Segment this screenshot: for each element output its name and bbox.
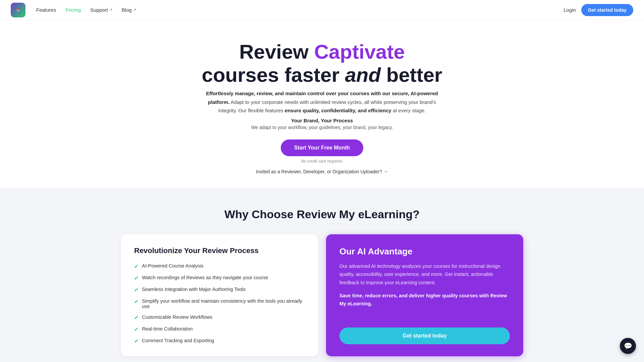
- list-item: ✔Watch recordings of Reviews as they nav…: [134, 275, 305, 281]
- check-icon: ✔: [134, 287, 139, 293]
- list-item: ✔Comment Tracking and Exporting: [134, 338, 305, 344]
- chat-icon: 💬: [624, 342, 632, 350]
- nav-right: Login Get started today: [564, 4, 633, 16]
- ai-card-bold: Save time, reduce errors, and deliver hi…: [339, 292, 510, 307]
- nav-features[interactable]: Features: [36, 7, 56, 13]
- list-item: ✔Real-time Collaboration: [134, 326, 305, 333]
- invited-link[interactable]: Invited as a Reviewer, Developer, or Org…: [7, 169, 637, 174]
- check-icon: ✔: [134, 338, 139, 344]
- start-free-month-button[interactable]: Start Your Free Month: [281, 139, 364, 156]
- no-credit-card-text: No credit card required.: [7, 159, 637, 164]
- list-item: ✔Seamless Integration with Major Authori…: [134, 287, 305, 293]
- login-button[interactable]: Login: [564, 7, 576, 13]
- hero-brand-line: Your Brand, Your Process: [7, 118, 637, 123]
- nav-pricing[interactable]: Pricing: [65, 7, 81, 13]
- nav-support[interactable]: Support ↗: [90, 7, 112, 13]
- check-icon: ✔: [134, 314, 139, 321]
- ai-advantage-card: Our AI Advantage Our advanced AI technol…: [326, 234, 523, 356]
- external-link-icon: ↗: [133, 8, 136, 12]
- why-title: Why Choose Review My eLearning?: [13, 208, 631, 221]
- check-icon: ✔: [134, 275, 139, 281]
- nav-cta-button[interactable]: Get started today: [581, 4, 633, 16]
- list-item: ✔Customizable Review Workflows: [134, 314, 305, 321]
- check-icon: ✔: [134, 326, 139, 333]
- left-feature-card: Revolutionize Your Review Process ✔AI-Po…: [121, 234, 318, 356]
- chat-bubble[interactable]: 💬: [620, 338, 636, 354]
- navbar: 📚 Features Pricing Support ↗ Blog ↗ Logi…: [0, 0, 644, 20]
- list-item: ✔Simplify your workflow and maintain con…: [134, 298, 305, 309]
- external-link-icon: ↗: [109, 8, 112, 12]
- list-item: ✔AI-Powered Course Analysis: [134, 263, 305, 269]
- nav-blog[interactable]: Blog ↗: [122, 7, 136, 13]
- logo[interactable]: 📚: [11, 3, 25, 17]
- ai-card-title: Our AI Advantage: [339, 246, 510, 257]
- nav-links: Features Pricing Support ↗ Blog ↗: [36, 7, 136, 13]
- hero-title: Review Captivate courses faster and bett…: [7, 40, 637, 86]
- nav-left: 📚 Features Pricing Support ↗ Blog ↗: [11, 3, 136, 17]
- hero-tagline: We adapt to your workflow, your guidelin…: [7, 125, 637, 130]
- check-icon: ✔: [134, 298, 139, 305]
- feature-list: ✔AI-Powered Course Analysis✔Watch record…: [134, 263, 305, 344]
- hero-subtitle: Effortlessly manage, review, and maintai…: [201, 89, 443, 115]
- check-icon: ✔: [134, 263, 139, 269]
- hero-section: Review Captivate courses faster and bett…: [0, 20, 644, 188]
- feature-cards-row: Revolutionize Your Review Process ✔AI-Po…: [121, 234, 523, 356]
- ai-card-body: Our advanced AI technology analyzes your…: [339, 262, 510, 287]
- left-card-title: Revolutionize Your Review Process: [134, 246, 305, 255]
- ai-card-cta-button[interactable]: Get started today: [339, 327, 510, 344]
- why-section: Why Choose Review My eLearning? Revoluti…: [0, 188, 644, 362]
- ai-card-content: Our AI Advantage Our advanced AI technol…: [339, 246, 510, 318]
- logo-image: 📚: [16, 8, 20, 12]
